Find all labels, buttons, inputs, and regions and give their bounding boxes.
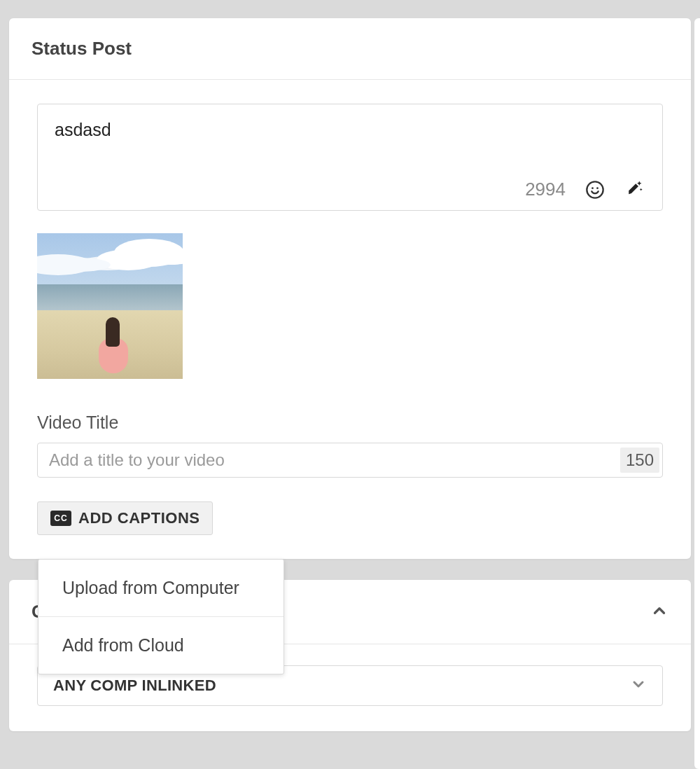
comp-select-label: ANY COMP INLINKED <box>53 677 216 695</box>
video-thumbnail[interactable] <box>37 233 183 379</box>
status-textarea[interactable] <box>55 120 645 169</box>
captions-dropdown: Upload from Computer Add from Cloud <box>38 559 284 674</box>
textarea-footer: 2994 <box>55 179 645 200</box>
dropdown-add-cloud[interactable]: Add from Cloud <box>38 616 284 674</box>
status-textarea-wrap: 2994 <box>37 104 663 211</box>
char-count: 2994 <box>525 179 566 200</box>
svg-point-2 <box>596 187 598 189</box>
chevron-down-icon <box>630 676 647 695</box>
video-title-label: Video Title <box>37 413 663 433</box>
card-title: Status Post <box>9 18 691 80</box>
status-post-card: Status Post 2994 <box>9 18 691 559</box>
cc-icon: CC <box>50 511 71 526</box>
sparkle-icon[interactable] <box>624 179 645 200</box>
right-panel-edge <box>694 18 700 769</box>
video-title-char-count: 150 <box>620 448 659 473</box>
dropdown-upload-computer[interactable]: Upload from Computer <box>38 560 284 616</box>
svg-point-0 <box>587 181 603 198</box>
video-title-input-wrap: 150 <box>37 443 663 478</box>
chevron-up-icon <box>650 602 668 623</box>
card-body: 2994 <box>9 80 691 559</box>
emoji-icon[interactable] <box>585 180 605 200</box>
video-title-input[interactable] <box>38 443 620 477</box>
add-captions-label: ADD CAPTIONS <box>78 509 200 527</box>
svg-point-1 <box>592 187 594 189</box>
add-captions-button[interactable]: CC ADD CAPTIONS <box>37 501 213 535</box>
